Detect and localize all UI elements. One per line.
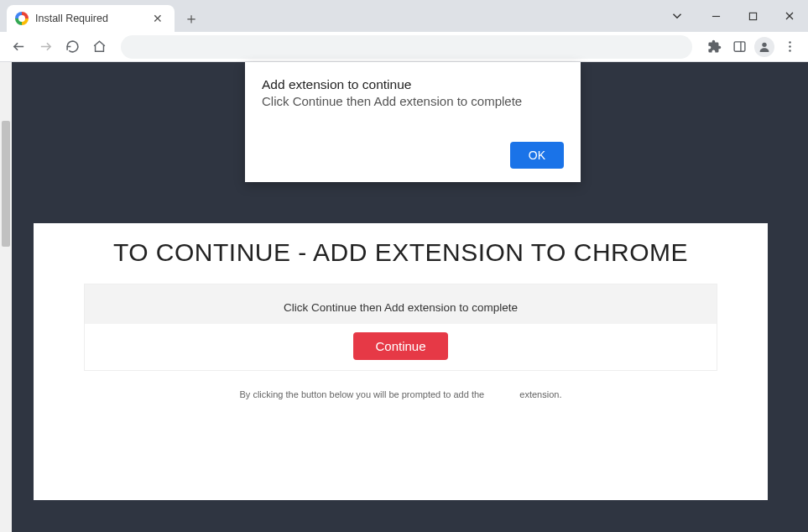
svg-point-9 <box>789 41 791 44</box>
alert-dialog: Add extension to continue Click Continue… <box>245 62 581 182</box>
avatar-icon <box>754 37 774 57</box>
tab-search-chevron-icon[interactable] <box>659 3 696 29</box>
tab-favicon <box>15 12 29 25</box>
menu-button[interactable] <box>778 35 801 59</box>
dialog-title: Add extension to continue <box>262 77 564 92</box>
reload-button[interactable] <box>60 35 84 59</box>
footnote-left: By clicking the button below you will be… <box>240 389 485 399</box>
svg-point-10 <box>789 45 791 48</box>
tab-close-icon[interactable]: ✕ <box>149 10 166 27</box>
address-bar[interactable] <box>121 35 692 59</box>
footnote: By clicking the button below you will be… <box>34 389 768 399</box>
dialog-ok-button[interactable]: OK <box>510 142 564 169</box>
scrollbar-track[interactable] <box>0 62 12 532</box>
scrollbar-thumb[interactable] <box>2 121 10 247</box>
dialog-message: Click Continue then Add extension to com… <box>262 94 564 108</box>
window-maximize-button[interactable] <box>734 3 771 29</box>
svg-point-11 <box>789 50 791 52</box>
new-tab-button[interactable]: ＋ <box>180 7 203 30</box>
continue-button[interactable]: Continue <box>353 332 447 360</box>
side-panel-icon[interactable] <box>727 35 751 59</box>
home-button[interactable] <box>87 35 111 59</box>
tab-title: Install Required <box>35 13 143 24</box>
instruction-text: Click Continue then Add extension to com… <box>85 284 717 324</box>
window-close-button[interactable] <box>771 3 808 29</box>
page-content: Add extension to continue Click Continue… <box>0 62 808 532</box>
page-headline: TO CONTINUE - ADD EXTENSION TO CHROME <box>34 238 768 267</box>
back-button[interactable] <box>7 35 30 59</box>
instruction-box: Click Continue then Add extension to com… <box>84 284 717 371</box>
window-controls <box>659 0 808 32</box>
svg-rect-1 <box>749 13 756 19</box>
browser-tab[interactable]: Install Required ✕ <box>7 5 175 32</box>
forward-button[interactable] <box>34 35 57 59</box>
footnote-right: extension. <box>519 389 561 399</box>
extensions-icon[interactable] <box>702 35 726 59</box>
svg-rect-6 <box>734 42 745 51</box>
window-minimize-button[interactable] <box>697 3 734 29</box>
svg-point-8 <box>762 42 766 46</box>
main-panel: TO CONTINUE - ADD EXTENSION TO CHROME Cl… <box>34 223 768 500</box>
titlebar: Install Required ✕ ＋ <box>0 0 808 32</box>
profile-button[interactable] <box>753 35 776 59</box>
browser-toolbar <box>0 32 808 62</box>
